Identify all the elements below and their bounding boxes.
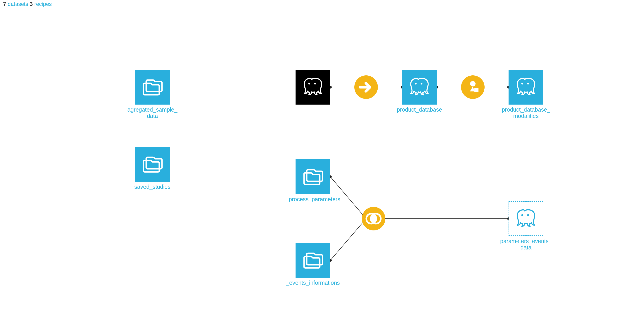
dataset-product-database[interactable]: product_database — [402, 70, 465, 105]
postgres-icon — [508, 70, 544, 105]
prepare-icon — [465, 79, 481, 95]
folder-icon — [135, 147, 170, 182]
recipe-sync[interactable] — [354, 75, 378, 99]
folder-icon — [135, 70, 170, 105]
svg-rect-18 — [474, 88, 478, 92]
flow-legend: 7 datasets 3 recipes — [3, 1, 52, 7]
dataset-label: _process_parameters — [281, 196, 344, 202]
dataset-process-parameters[interactable]: _process_parameters — [296, 159, 359, 194]
recipe-join[interactable] — [362, 207, 385, 230]
dataset-agregated-sample-data[interactable]: agregated_sample_ data — [121, 70, 184, 105]
recipes-label: recipes — [34, 1, 52, 7]
folder-icon — [296, 159, 330, 194]
dataset-label: saved_studies — [121, 184, 184, 190]
join-icon — [364, 210, 382, 228]
dataset-label: parameters_events_ data — [494, 238, 558, 251]
dataset-label: _events_informations — [281, 279, 344, 286]
svg-point-16 — [470, 81, 476, 87]
dataset-label: product_database — [388, 106, 451, 113]
datasets-count: 7 — [3, 1, 6, 7]
postgres-icon — [402, 70, 437, 105]
flow-canvas[interactable]: agregated_sample_ data saved_studies pro… — [0, 0, 644, 335]
dataset-label: agregated_sample_ data — [121, 106, 184, 119]
recipes-count: 3 — [30, 1, 32, 7]
postgres-icon — [508, 201, 544, 236]
postgres-icon — [296, 70, 330, 105]
folder-icon — [296, 243, 330, 278]
dataset-events-informations[interactable]: _events_informations — [296, 243, 359, 278]
dataset-saved-studies[interactable]: saved_studies — [121, 147, 184, 182]
arrow-right-icon — [358, 79, 374, 95]
dataset-parameters-events-data[interactable]: parameters_events_ data — [508, 201, 572, 236]
datasets-label: datasets — [8, 1, 28, 7]
dataset-product-database-src[interactable] — [296, 70, 330, 105]
dataset-product-database-modalities[interactable]: product_database_ modalities — [508, 70, 572, 105]
recipe-prepare[interactable] — [461, 75, 484, 99]
dataset-label: product_database_ modalities — [494, 106, 558, 119]
